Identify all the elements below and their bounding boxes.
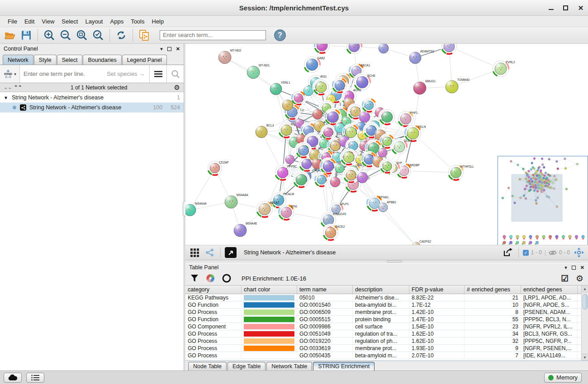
- save-session-button[interactable]: [19, 28, 33, 42]
- table-row[interactable]: GO ComponentGO:0009986cell surface1.54E-…: [185, 323, 581, 330]
- node[interactable]: [332, 77, 348, 94]
- node-BACE2[interactable]: BACE2: [322, 224, 345, 241]
- copy-network-button[interactable]: [137, 28, 152, 42]
- string-search-button[interactable]: [166, 65, 184, 83]
- table-float-panel-icon[interactable]: [572, 266, 576, 270]
- memory-button[interactable]: Memory: [544, 373, 582, 383]
- node[interactable]: [313, 44, 331, 54]
- node-MTHFDLL[interactable]: MTHFDLL: [447, 164, 474, 181]
- table-panel-divider[interactable]: [185, 260, 588, 263]
- table-row[interactable]: KEGG Pathways05010Alzheimer's dise...8.8…: [185, 294, 581, 301]
- node[interactable]: [379, 159, 395, 174]
- column-header-enriched-genes[interactable]: enriched genes: [521, 286, 578, 294]
- task-history-button[interactable]: [26, 373, 44, 383]
- menu-edit[interactable]: Edit: [21, 17, 38, 26]
- node[interactable]: [295, 142, 312, 159]
- tab-node-table[interactable]: Node Table: [188, 362, 227, 370]
- enrichment-settings-gear-icon[interactable]: ⚙: [576, 273, 583, 284]
- pan-tool-button[interactable]: [573, 247, 585, 258]
- node-MS4A4E[interactable]: MS4A4E: [233, 222, 258, 237]
- menu-apps[interactable]: Apps: [107, 17, 127, 26]
- column-header-term-name[interactable]: term name: [297, 286, 353, 294]
- minimize-button[interactable]: [549, 6, 554, 10]
- node-MS4A6A[interactable]: MS4A6A: [224, 193, 249, 208]
- table-close-panel-icon[interactable]: ✕: [580, 265, 584, 271]
- tab-edge-table[interactable]: Edge Table: [228, 362, 266, 370]
- collapse-all-icon[interactable]: ⌄⌄: [4, 84, 12, 90]
- open-session-button[interactable]: [3, 28, 17, 42]
- network-row-selected[interactable]: String Network - Alzheimer's disease 100…: [0, 103, 184, 112]
- export-network-button[interactable]: [502, 247, 514, 258]
- column-header-FDR-p-value[interactable]: FDR p-value: [409, 286, 465, 294]
- search-input[interactable]: [160, 30, 266, 40]
- node[interactable]: [346, 44, 363, 55]
- node-CADPS2[interactable]: CADPS2: [412, 240, 431, 245]
- ring-chart-button[interactable]: [222, 273, 232, 283]
- chart-button[interactable]: [205, 273, 215, 283]
- column-header--enriched-genes[interactable]: # enriched genes: [465, 286, 521, 294]
- table-row[interactable]: GO ProcessGO:0019220regulation of ph...1…: [185, 337, 581, 345]
- node[interactable]: [361, 98, 377, 113]
- node[interactable]: [335, 164, 344, 173]
- expand-all-icon[interactable]: ⌃⌃: [14, 84, 22, 90]
- table-row[interactable]: GO ProcessGO:0033619membrane prot...1.93…: [185, 345, 581, 352]
- birdseye-toggle-button[interactable]: [204, 247, 216, 258]
- close-panel-icon[interactable]: ✕: [176, 46, 180, 52]
- tab-style[interactable]: Style: [34, 55, 57, 65]
- tab-network-table[interactable]: Network Table: [266, 362, 312, 370]
- close-button[interactable]: ✕: [577, 5, 584, 12]
- tab-string-enrichment[interactable]: STRING Enrichment: [313, 362, 375, 370]
- zoom-fit-button[interactable]: [75, 28, 89, 42]
- node-ADAMTS2[interactable]: ADAMTS2: [409, 50, 434, 64]
- node-GAB2[interactable]: GAB2: [303, 56, 325, 74]
- column-header-category[interactable]: category: [185, 286, 242, 294]
- node-CD2AP[interactable]: CD2AP: [207, 160, 229, 176]
- table-row[interactable]: GO ProcessGO:0006509membrane prot...1.42…: [185, 309, 581, 316]
- float-panel-icon[interactable]: [167, 47, 171, 51]
- table-panel-menu-icon[interactable]: ▾: [564, 265, 567, 271]
- select-terms-icon[interactable]: ☑: [561, 273, 569, 284]
- string-options-button[interactable]: [149, 65, 166, 83]
- panel-menu-icon[interactable]: ▾: [160, 46, 163, 52]
- string-query-input[interactable]: [20, 65, 149, 83]
- network-options-gear-icon[interactable]: ⚙: [174, 84, 180, 92]
- tab-boundaries[interactable]: Boundaries: [83, 55, 121, 65]
- tab-network[interactable]: Network: [3, 55, 33, 65]
- detach-view-button[interactable]: [225, 247, 237, 258]
- node-BCL3[interactable]: BCL3: [255, 124, 274, 138]
- network-canvas[interactable]: MT-ND2MT-ND1VSNL1GAB2IRS1CHATABCA1BCHEAC…: [185, 44, 588, 245]
- node[interactable]: [330, 176, 340, 187]
- table-row[interactable]: GO ProcessGO:0051049regulation of tra...…: [185, 330, 581, 337]
- zoom-selected-button[interactable]: [91, 28, 105, 42]
- menu-file[interactable]: File: [5, 17, 20, 26]
- maximize-button[interactable]: [563, 5, 568, 10]
- help-button[interactable]: ?: [274, 29, 286, 41]
- node-SMUG1[interactable]: SMUG1: [413, 80, 436, 94]
- menu-view[interactable]: View: [38, 17, 57, 26]
- column-header-chart-color[interactable]: chart color: [242, 286, 297, 294]
- node[interactable]: [378, 44, 389, 53]
- table-row[interactable]: GO FunctionGO:0005515protein binding1.47…: [185, 316, 581, 323]
- zoom-in-button[interactable]: [42, 28, 57, 42]
- scroll-up-icon[interactable]: ▲: [582, 286, 588, 292]
- node-MT-ND1[interactable]: MT-ND1: [247, 64, 270, 79]
- node[interactable]: [314, 172, 329, 187]
- node-ABCA7[interactable]: ABCA7: [256, 200, 280, 218]
- grid-view-button[interactable]: [188, 247, 201, 258]
- menu-tools[interactable]: Tools: [128, 17, 147, 26]
- menu-help[interactable]: Help: [149, 17, 167, 26]
- enrichment-table[interactable]: categorychart colorterm namedescriptionF…: [185, 286, 581, 361]
- refresh-button[interactable]: [114, 28, 128, 42]
- menu-select[interactable]: Select: [58, 17, 81, 26]
- tree-caret-icon[interactable]: ▼: [4, 95, 8, 100]
- node-VSNL1[interactable]: VSNL1: [270, 81, 290, 95]
- divider-grip-horizontal[interactable]: [387, 261, 402, 262]
- node-PVRL2[interactable]: PVRL2: [492, 60, 515, 78]
- node-BIN1[interactable]: BIN1: [278, 204, 298, 221]
- tab-select[interactable]: Select: [57, 55, 83, 65]
- network-collection-row[interactable]: ▼ String Network - Alzheimer's disease 1: [0, 93, 184, 103]
- scroll-down-icon[interactable]: ▼: [582, 354, 588, 361]
- table-row[interactable]: GO FunctionGO:0001540beta-amyloid bi...1…: [185, 301, 581, 309]
- node[interactable]: [441, 44, 458, 55]
- cloud-button[interactable]: [4, 373, 22, 383]
